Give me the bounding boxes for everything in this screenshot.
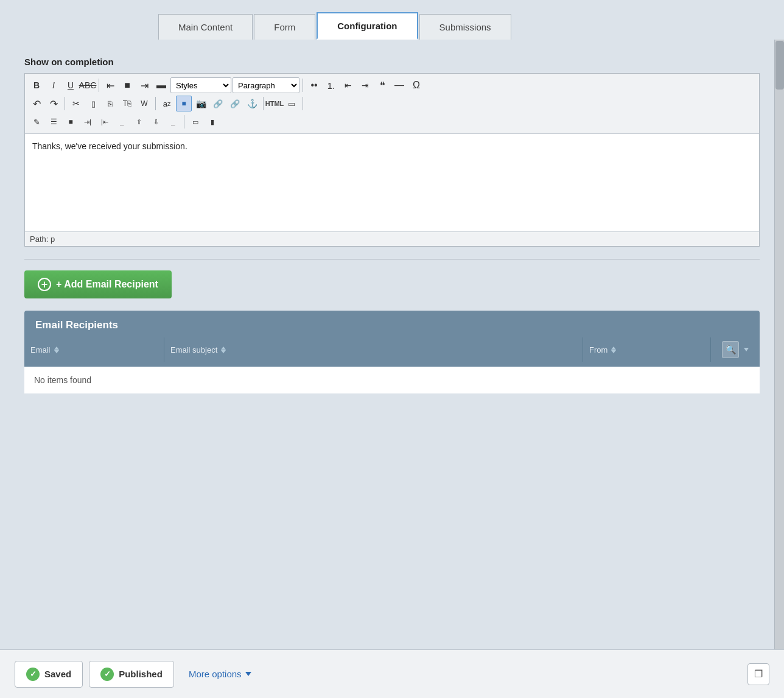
more-options-button[interactable]: More options	[180, 663, 260, 685]
sort-icon-subject	[221, 347, 226, 353]
tab-main-content[interactable]: Main Content	[158, 14, 253, 40]
external-link-icon: ❐	[754, 668, 763, 680]
blockquote-button[interactable]: ❝	[374, 77, 390, 93]
omega-button[interactable]: Ω	[408, 77, 424, 93]
align-right-button[interactable]: ⇥	[136, 77, 152, 93]
ordered-list-button[interactable]: 1.	[323, 77, 339, 93]
published-button[interactable]: ✓ Published	[89, 661, 174, 688]
tabs-bar: Main Content Form Configuration Submissi…	[0, 0, 784, 40]
col-header-email: Email	[24, 337, 164, 362]
sort-icon-from	[611, 347, 616, 353]
table-insert-row-before-button[interactable]: ⇧	[131, 114, 147, 130]
table-delete-row-button[interactable]: ⎯	[165, 114, 181, 130]
table-delete-col-button[interactable]: ⎯	[114, 114, 130, 130]
sort-icon-email	[54, 347, 59, 353]
paste-word-button[interactable]: W	[136, 96, 152, 111]
add-email-recipient-button[interactable]: + + Add Email Recipient	[24, 270, 172, 298]
image-button[interactable]: 📷	[193, 96, 209, 111]
underline-button[interactable]: U	[63, 77, 79, 93]
undo-button[interactable]: ↶	[29, 96, 44, 111]
table-cell-props-button[interactable]: ■	[63, 114, 79, 130]
section-label-show-on-completion: Show on completion	[24, 57, 760, 67]
external-link-button[interactable]: ❐	[747, 663, 769, 685]
separator-2	[303, 79, 303, 92]
copy-button[interactable]: ▯	[85, 96, 101, 111]
anchor-button[interactable]: ⚓	[244, 96, 260, 111]
table-insert-col-before-button[interactable]: ⇥|	[80, 114, 96, 130]
separator-4	[155, 97, 156, 110]
separator-3	[65, 97, 65, 110]
unlink-button[interactable]: 🔗	[227, 96, 243, 111]
editor-path: Path: p	[25, 231, 759, 246]
content-area: Show on completion B I U ABC ⇤ ■ ⇥ ▬ Sty…	[0, 40, 784, 649]
more-options-arrow-icon	[245, 672, 251, 676]
recipients-header: Email Recipients	[24, 311, 760, 337]
align-justify-button[interactable]: ▬	[153, 77, 169, 93]
rich-text-editor: B I U ABC ⇤ ■ ⇥ ▬ Styles Paragraph	[24, 73, 760, 247]
outdent-button[interactable]: ⇤	[340, 77, 356, 93]
table-split-cells-button[interactable]: ▭	[187, 114, 203, 130]
bottom-bar: ✓ Saved ✓ Published More options ❐	[0, 649, 784, 698]
bold-button[interactable]: B	[29, 77, 44, 93]
editor-content[interactable]: Thanks, we've received your submission.	[25, 134, 759, 231]
indent-button[interactable]: ⇥	[357, 77, 373, 93]
paste-text-button[interactable]: T⎘	[119, 96, 135, 111]
separator-line	[24, 259, 760, 259]
plus-circle-icon: +	[38, 278, 51, 291]
separator-1	[99, 79, 99, 92]
table-merge-cells-button[interactable]: ▮	[205, 114, 220, 130]
scrollbar-thumb[interactable]	[775, 41, 784, 90]
tab-form[interactable]: Form	[254, 14, 315, 40]
align-left-button[interactable]: ⇤	[102, 77, 118, 93]
paste-button[interactable]: ⎘	[102, 96, 118, 111]
table-row-props-button[interactable]: ☰	[46, 114, 61, 130]
cut-button[interactable]: ✂	[68, 96, 84, 111]
unordered-list-button[interactable]: ••	[306, 77, 322, 93]
toolbar-row-3: ✎ ☰ ■ ⇥| |⇤ ⎯ ⇧ ⇩ ⎯ ▭ ▮	[29, 113, 755, 131]
link-button[interactable]: 🔗	[210, 96, 226, 111]
recipients-table-body: No items found	[24, 367, 760, 393]
empty-message: No items found	[34, 375, 91, 385]
tab-submissions[interactable]: Submissions	[419, 14, 511, 40]
col-header-subject: Email subject	[164, 337, 583, 362]
redo-button[interactable]: ↷	[46, 96, 61, 111]
separator-6	[303, 97, 303, 110]
html-button[interactable]: HTML	[267, 96, 282, 111]
maximize-button[interactable]: ▭	[284, 96, 299, 111]
col-header-from: From	[583, 337, 711, 362]
published-check-icon: ✓	[100, 668, 114, 681]
email-recipients-section: Email Recipients Email Email subject	[24, 311, 760, 393]
search-dropdown-arrow[interactable]	[744, 348, 749, 351]
saved-label: Saved	[44, 669, 71, 679]
hr-button[interactable]: —	[391, 77, 407, 93]
table-insert-col-after-button[interactable]: |⇤	[97, 114, 113, 130]
saved-button[interactable]: ✓ Saved	[15, 661, 83, 688]
toolbar-row-1: B I U ABC ⇤ ■ ⇥ ▬ Styles Paragraph	[29, 76, 755, 94]
spellcheck-button[interactable]: az	[159, 96, 175, 111]
editor-toolbar: B I U ABC ⇤ ■ ⇥ ▬ Styles Paragraph	[25, 74, 759, 134]
toolbar-row-2: ↶ ↷ ✂ ▯ ⎘ T⎘ W az ■ 📷 🔗 🔗 ⚓ HTML	[29, 94, 755, 113]
table-button[interactable]: ■	[176, 96, 192, 111]
col-header-search: 🔍	[711, 337, 760, 362]
recipients-table-header: Email Email subject From	[24, 337, 760, 367]
search-button[interactable]: 🔍	[722, 341, 739, 358]
saved-check-icon: ✓	[26, 668, 40, 681]
scrollbar-track[interactable]	[774, 40, 784, 649]
strikethrough-button[interactable]: ABC	[80, 77, 96, 93]
separator-7	[184, 115, 184, 129]
more-options-label: More options	[189, 669, 242, 679]
separator-5	[263, 97, 264, 110]
table-edit-button[interactable]: ✎	[29, 114, 44, 130]
tab-configuration[interactable]: Configuration	[317, 12, 418, 40]
align-center-button[interactable]: ■	[119, 77, 135, 93]
styles-select[interactable]: Styles	[170, 77, 231, 93]
paragraph-select[interactable]: Paragraph	[233, 77, 299, 93]
table-insert-row-after-button[interactable]: ⇩	[148, 114, 164, 130]
italic-button[interactable]: I	[46, 77, 61, 93]
published-label: Published	[119, 669, 163, 679]
